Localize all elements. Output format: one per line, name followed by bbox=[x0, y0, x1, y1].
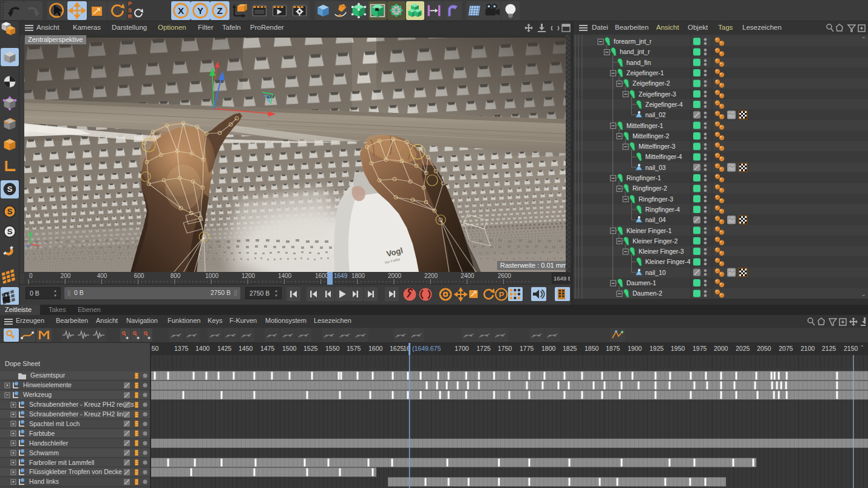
svg-text:Ringfinger-3: Ringfinger-3 bbox=[639, 195, 673, 203]
svg-text:800: 800 bbox=[171, 273, 181, 279]
svg-text:Mittelfinger-3: Mittelfinger-3 bbox=[639, 143, 676, 150]
svg-text:2600: 2600 bbox=[498, 273, 512, 279]
svg-text:P: P bbox=[499, 290, 504, 299]
svg-text:Mittelfinger-2: Mittelfinger-2 bbox=[632, 132, 670, 140]
svg-text:Ringfinger-4: Ringfinger-4 bbox=[645, 206, 680, 213]
svg-text:1649: 1649 bbox=[334, 273, 348, 279]
svg-text:Mittelfinger-1: Mittelfinger-1 bbox=[626, 122, 663, 129]
svg-text:Werkzeug: Werkzeug bbox=[23, 391, 52, 398]
svg-text:Kleiner Finger-1: Kleiner Finger-1 bbox=[626, 227, 672, 234]
svg-text:1600: 1600 bbox=[315, 273, 329, 279]
svg-text:2400: 2400 bbox=[461, 273, 475, 279]
svg-text:hand_jnt_r: hand_jnt_r bbox=[620, 48, 650, 55]
svg-text:X: X bbox=[178, 5, 184, 16]
svg-text:1200: 1200 bbox=[242, 273, 256, 279]
svg-text:S: S bbox=[7, 227, 13, 236]
svg-text:nail_10: nail_10 bbox=[645, 269, 666, 276]
svg-text:S: S bbox=[7, 185, 13, 194]
svg-text:1000: 1000 bbox=[205, 273, 219, 279]
svg-text:S: S bbox=[7, 207, 13, 216]
svg-text:Farbroller mit Lammfell: Farbroller mit Lammfell bbox=[29, 459, 94, 466]
svg-text:1800: 1800 bbox=[351, 273, 365, 279]
svg-text:0: 0 bbox=[29, 273, 33, 279]
svg-text:Daumen-1: Daumen-1 bbox=[626, 279, 656, 286]
svg-text:Gesamtspur: Gesamtspur bbox=[30, 371, 66, 379]
svg-text:400: 400 bbox=[97, 273, 107, 279]
svg-text:Daumen-2: Daumen-2 bbox=[632, 290, 662, 297]
svg-text:nail_02: nail_02 bbox=[645, 111, 666, 118]
svg-text:2200: 2200 bbox=[424, 273, 438, 279]
svg-text:Schraubendreher - Kreuz PH2 li: Schraubendreher - Kreuz PH2 links bbox=[29, 410, 129, 418]
svg-text:Mittelfinger-4: Mittelfinger-4 bbox=[645, 153, 682, 160]
svg-text:Kleiner Finger-2: Kleiner Finger-2 bbox=[632, 237, 678, 245]
svg-text:Zeigefinger-4: Zeigefinger-4 bbox=[645, 101, 683, 108]
svg-text:forearm_jnt_r: forearm_jnt_r bbox=[614, 38, 652, 45]
svg-text:Zeigefinger-2: Zeigefinger-2 bbox=[632, 80, 670, 87]
svg-text:Spachtel mit Loch: Spachtel mit Loch bbox=[29, 420, 80, 427]
svg-text:nail_03: nail_03 bbox=[645, 164, 666, 171]
svg-text:Schraubendreher - Kreuz PH2 re: Schraubendreher - Kreuz PH2 rechts bbox=[29, 401, 134, 408]
svg-text:Hand links: Hand links bbox=[29, 478, 59, 485]
svg-text:Ringfinger-2: Ringfinger-2 bbox=[632, 185, 667, 192]
svg-text:Hinweiselemente: Hinweiselemente bbox=[23, 381, 72, 388]
svg-text:1400: 1400 bbox=[278, 273, 292, 279]
svg-text:Z: Z bbox=[217, 5, 222, 16]
svg-text:Y: Y bbox=[197, 5, 203, 16]
svg-text:Kleiner Finger-3: Kleiner Finger-3 bbox=[639, 248, 684, 255]
svg-text:Dope Sheet: Dope Sheet bbox=[5, 360, 40, 367]
svg-text:2000: 2000 bbox=[388, 273, 402, 279]
svg-text:Zeigefinger-1: Zeigefinger-1 bbox=[626, 69, 664, 76]
svg-text:Zeigefinger-3: Zeigefinger-3 bbox=[639, 90, 676, 98]
svg-text:Schwamm: Schwamm bbox=[29, 449, 59, 456]
svg-text:Handschleifer: Handschleifer bbox=[29, 439, 69, 447]
svg-text:hand_fin: hand_fin bbox=[626, 59, 651, 66]
svg-text:Flüssigkleber Tropfen von Deck: Flüssigkleber Tropfen von Decke bbox=[29, 468, 122, 475]
svg-text:200: 200 bbox=[61, 273, 71, 279]
svg-text:Ringfinger-1: Ringfinger-1 bbox=[626, 174, 661, 181]
svg-text:nail_04: nail_04 bbox=[645, 216, 666, 223]
svg-text:Kleiner Finger-4: Kleiner Finger-4 bbox=[645, 258, 691, 265]
svg-text:600: 600 bbox=[134, 273, 144, 279]
svg-text:Farbtube: Farbtube bbox=[29, 430, 55, 437]
